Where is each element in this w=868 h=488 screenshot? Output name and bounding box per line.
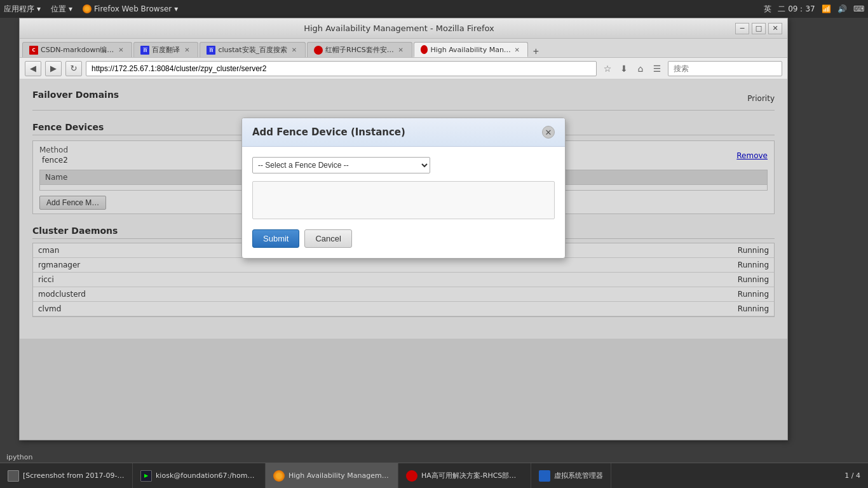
- window-title: High Availability Management - Mozilla F…: [63, 24, 735, 33]
- taskbar-label-virt: 虚拟系统管理器: [554, 471, 603, 480]
- browser-window: High Availability Management - Mozilla F…: [19, 18, 788, 440]
- title-bar: High Availability Management - Mozilla F…: [20, 18, 787, 39]
- tab-baidu-translate[interactable]: 百 百度翻译 ✕: [133, 42, 198, 57]
- taskbar-item-ha-red[interactable]: HA高可用解决方案-RHCS部署 -…: [398, 463, 531, 488]
- firefox-taskbar-icon: [273, 470, 285, 482]
- taskbar-item-virt[interactable]: 虚拟系统管理器: [531, 463, 611, 488]
- content-area: Failover Domains Priority Fence Devices …: [20, 79, 787, 440]
- tab-close-clustat[interactable]: ✕: [290, 46, 299, 55]
- redhat-taskbar-icon: [406, 470, 417, 482]
- browser-menu[interactable]: Firefox Web Browser ▾: [83, 4, 178, 13]
- tab-close-baidu-translate[interactable]: ✕: [182, 46, 191, 55]
- virt-taskbar-icon: [539, 470, 550, 482]
- places-menu[interactable]: 位置 ▾: [51, 4, 72, 15]
- modal-body: -- Select a Fence Device -- Submit Cance…: [242, 147, 565, 258]
- tab-ha[interactable]: High Availability Man… ✕: [414, 42, 528, 57]
- home-icon[interactable]: ⌂: [634, 62, 648, 76]
- tab-csdn[interactable]: C CSDN-markdown编… ✕: [22, 42, 132, 57]
- terminal-icon: ▶: [140, 470, 152, 482]
- new-tab-button[interactable]: +: [529, 46, 543, 57]
- submit-button[interactable]: Submit: [252, 229, 299, 248]
- back-button[interactable]: ◀: [25, 61, 41, 76]
- csdn-favicon-icon: C: [29, 46, 38, 55]
- taskbar-label-ha-red: HA高可用解决方案-RHCS部署 -…: [421, 471, 523, 480]
- modal-close-button[interactable]: ✕: [542, 126, 555, 139]
- tab-clustat[interactable]: 百 clustat安装_百度搜索 ✕: [200, 42, 306, 57]
- download-icon[interactable]: ⬇: [617, 62, 631, 76]
- menu-icon[interactable]: ☰: [650, 62, 664, 76]
- close-btn[interactable]: ✕: [768, 23, 782, 34]
- forward-button[interactable]: ▶: [45, 61, 62, 76]
- taskbar-label-terminal: kiosk@foundation67:/home/kios…: [156, 471, 257, 480]
- clustat-favicon-icon: 百: [207, 46, 215, 55]
- modal-title: Add Fence Device (Instance): [252, 126, 405, 138]
- apps-menu[interactable]: 应用程序 ▾: [4, 4, 41, 15]
- bottom-taskbar: [Screenshot from 2017-09-23… ▶ kiosk@fou…: [0, 463, 868, 488]
- add-fence-dialog: Add Fence Device (Instance) ✕ -- Select …: [241, 118, 566, 259]
- top-taskbar: 应用程序 ▾ 位置 ▾ Firefox Web Browser ▾ 英 二 09…: [0, 0, 868, 18]
- tab-close-redhat[interactable]: ✕: [397, 46, 405, 55]
- screenshot-icon: [8, 470, 19, 482]
- ha-favicon-icon: [421, 45, 428, 54]
- taskbar-label-ha-browser: High Availability Management -…: [288, 471, 390, 480]
- url-input[interactable]: [86, 61, 597, 76]
- maximize-btn[interactable]: □: [752, 23, 766, 34]
- taskbar-item-ha-browser[interactable]: High Availability Management -…: [266, 463, 398, 488]
- page-indicator: 1 / 4: [837, 471, 868, 480]
- page-background: Failover Domains Priority Fence Devices …: [20, 79, 787, 440]
- tab-redhat[interactable]: 红帽子RHCS套件安… ✕: [307, 42, 412, 57]
- modal-header: Add Fence Device (Instance) ✕: [242, 118, 565, 147]
- tab-close-csdn[interactable]: ✕: [116, 46, 125, 55]
- bookmark-star-icon[interactable]: ☆: [600, 62, 614, 76]
- cancel-button[interactable]: Cancel: [304, 229, 351, 248]
- modal-overlay: Add Fence Device (Instance) ✕ -- Select …: [20, 79, 787, 440]
- modal-textarea[interactable]: [252, 181, 555, 219]
- search-input[interactable]: [668, 61, 782, 76]
- fence-device-select[interactable]: -- Select a Fence Device --: [252, 157, 430, 173]
- address-bar: ◀ ▶ ↻ ☆ ⬇ ⌂ ☰: [20, 58, 787, 79]
- redhat-favicon-icon: [314, 46, 323, 55]
- minimize-btn[interactable]: ─: [735, 23, 749, 34]
- taskbar-item-screenshot[interactable]: [Screenshot from 2017-09-23…: [0, 463, 133, 488]
- tabs-bar: C CSDN-markdown编… ✕ 百 百度翻译 ✕ 百 clustat安装…: [20, 39, 787, 58]
- baidu-translate-favicon-icon: 百: [140, 46, 149, 55]
- refresh-button[interactable]: ↻: [65, 61, 82, 76]
- taskbar-label-screenshot: [Screenshot from 2017-09-23…: [23, 471, 125, 480]
- tab-close-ha[interactable]: ✕: [513, 45, 521, 54]
- taskbar-item-terminal[interactable]: ▶ kiosk@foundation67:/home/kios…: [133, 463, 266, 488]
- ipython-label: ipython: [6, 453, 33, 461]
